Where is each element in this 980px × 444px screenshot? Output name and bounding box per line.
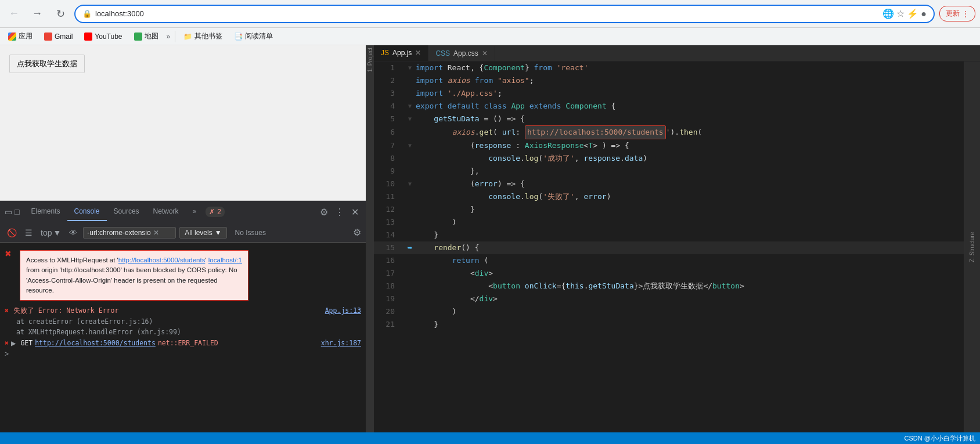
tab-more[interactable]: »	[186, 203, 204, 221]
get-error-icon: ✖	[5, 339, 9, 347]
cors-error-line2: 'Access-Control-Allow-Origin' header is …	[26, 277, 218, 284]
devtools-device-icon[interactable]: □	[15, 207, 19, 216]
gmail-label: Gmail	[55, 33, 73, 41]
devtools-icons: ⚙ ⋮ ✕	[318, 204, 361, 220]
code-scroll-area[interactable]: 1 ▼ import React, {Component} from 'reac…	[374, 62, 964, 432]
gmail-icon	[44, 33, 52, 41]
status-bar-text: CSDN @小小白学计算机	[905, 434, 975, 443]
error-icon-small: ✗	[209, 208, 215, 216]
console-settings-icon[interactable]: ⚙	[353, 227, 361, 238]
cors-error-block: Access to XMLHttpRequest at 'http://loca…	[20, 250, 248, 301]
url-highlight: http://localhost:5000/students	[525, 125, 666, 139]
top-selector[interactable]: top ▼	[38, 227, 63, 239]
translate-icon[interactable]: 🌐	[882, 8, 894, 19]
error-icon: ✖	[5, 306, 9, 315]
error-text: 失败了 Error: Network Error	[13, 306, 320, 315]
vscode-left-activity-bar: 1: Project	[366, 45, 374, 432]
structure-panel-label[interactable]: Z: Structure	[964, 62, 980, 432]
code-line-12: 12 }	[374, 203, 964, 216]
bookmark-gmail[interactable]: Gmail	[41, 31, 76, 42]
xhr-failed-line: ✖ ▶ GET http://localhost:5000/students n…	[0, 337, 366, 349]
stack-trace-2: at XMLHttpRequest.handleError (xhr.js:99…	[0, 327, 366, 337]
reading-list-label: 阅读清单	[245, 31, 273, 41]
cors-error-text: Access to XMLHttpRequest at 'http://loca…	[26, 257, 242, 263]
error-source-link[interactable]: App.js:13	[325, 306, 361, 315]
close-appjs-icon[interactable]: ✕	[415, 49, 421, 57]
bookmark-apps[interactable]: 应用	[5, 30, 36, 42]
apps-label: 应用	[19, 31, 33, 41]
tab-appcss[interactable]: CSS App.css ✕	[428, 46, 495, 61]
tab-elements[interactable]: Elements	[24, 203, 67, 221]
cors-error-line1: from origin 'http://localhost:3000' has …	[26, 266, 237, 273]
profile-icon[interactable]: ●	[921, 9, 927, 19]
bookmarks-separator	[175, 31, 175, 42]
bookmark-other[interactable]: 📁 其他书签	[180, 30, 226, 42]
bookmark-reading[interactable]: 📑 阅读清单	[230, 30, 276, 42]
code-line-2: 2 import axios from "axios";	[374, 74, 964, 87]
localhost-link[interactable]: localhost/:1	[208, 257, 242, 263]
filter-clear-icon[interactable]: ✕	[153, 229, 159, 237]
toggle-sidebar-button[interactable]: ☰	[23, 227, 35, 239]
code-editor-area: 1 ▼ import React, {Component} from 'reac…	[374, 62, 980, 432]
devtools-inspect-icon[interactable]: ▭	[5, 207, 12, 216]
get-status: net::ERR_FAILED	[158, 339, 218, 347]
browser-page-content: 点我获取学生数据	[0, 45, 366, 200]
devtools-header: ▭ □ Elements Console Sources Network » ✗…	[0, 201, 366, 243]
bookmark-youtube[interactable]: YouTube	[81, 31, 125, 42]
editor-tab-bar: JS App.js ✕ CSS App.css ✕	[374, 45, 980, 62]
refresh-button[interactable]: ↻	[51, 5, 70, 23]
project-label: 1: Project	[367, 48, 373, 72]
get-url-link[interactable]: http://localhost:5000/students	[35, 339, 156, 347]
maps-label: 地图	[145, 31, 158, 41]
close-appcss-icon[interactable]: ✕	[482, 49, 488, 57]
extensions-icon[interactable]: ⚡	[907, 8, 918, 19]
back-button[interactable]: ←	[5, 5, 23, 23]
browser-left-panel: 点我获取学生数据 ▭ □ Elements Console Sources Ne…	[0, 45, 366, 432]
update-menu-icon: ⋮	[962, 10, 969, 18]
code-line-1: 1 ▼ import React, {Component} from 'reac…	[374, 62, 964, 74]
address-icons: 🌐 ☆ ⚡ ●	[882, 8, 927, 19]
error-url-link[interactable]: http://localhost:5000/students	[118, 257, 206, 263]
tab-console[interactable]: Console	[67, 203, 107, 221]
vscode-right-strips: Z: Structure	[964, 62, 980, 432]
get-student-data-button[interactable]: 点我获取学生数据	[9, 55, 85, 73]
code-line-16: 16 return (	[374, 254, 964, 267]
network-error-line: ✖ 失败了 Error: Network Error App.js:13	[0, 305, 366, 316]
reading-list-icon: 📑	[234, 33, 243, 41]
tab-network[interactable]: Network	[146, 203, 186, 221]
console-content: ✖ Access to XMLHttpRequest at 'http://lo…	[0, 243, 366, 432]
level-chevron-icon: ▼	[215, 229, 222, 237]
expand-arrow-icon[interactable]: ▶	[11, 338, 16, 348]
code-line-7: 7 ▼ (response : AxiosResponse<T> ) => {	[374, 139, 964, 152]
other-bookmarks-label: 其他书签	[194, 31, 222, 41]
code-line-4: 4 ▼ export default class App extends Com…	[374, 100, 964, 113]
update-button[interactable]: 更新 ⋮	[939, 6, 975, 21]
code-line-10: 10 ▼ (error) => {	[374, 178, 964, 190]
cors-error-container: ✖ Access to XMLHttpRequest at 'http://lo…	[0, 246, 366, 305]
code-line-20: 20 )	[374, 305, 964, 318]
cors-error-line3: resource.	[26, 287, 54, 294]
eye-icon-button[interactable]: 👁	[67, 227, 80, 239]
console-prompt[interactable]: >	[0, 349, 366, 359]
bookmarks-bar: 应用 Gmail YouTube 地图 » 📁 其他书签 📑 阅读清单	[0, 28, 980, 45]
close-devtools-icon[interactable]: ✕	[349, 204, 361, 220]
address-bar[interactable]: 🔒 localhost:3000 🌐 ☆ ⚡ ●	[74, 5, 935, 23]
apps-icon	[8, 33, 16, 41]
code-line-18: 18 <button onClick={this.getStuData}>点我获…	[374, 280, 964, 293]
code-line-8: 8 console.log('成功了', response.data)	[374, 152, 964, 165]
tab-sources[interactable]: Sources	[107, 203, 146, 221]
settings-icon[interactable]: ⚙	[318, 204, 330, 220]
log-level-selector[interactable]: All levels ▼	[179, 227, 226, 239]
url-text: localhost:3000	[95, 9, 879, 18]
get-source-link[interactable]: xhr.js:187	[321, 339, 361, 347]
code-line-19: 19 </div>	[374, 293, 964, 305]
forward-button[interactable]: →	[28, 5, 46, 23]
bookmark-maps[interactable]: 地图	[131, 30, 162, 42]
more-bookmarks[interactable]: »	[167, 33, 171, 41]
star-icon[interactable]: ☆	[896, 8, 905, 19]
more-options-icon[interactable]: ⋮	[333, 204, 347, 220]
stack-frame-1: at createError (createError.js:16)	[16, 317, 153, 326]
console-filter-input[interactable]: -url:chrome-extensio ✕	[83, 227, 176, 239]
clear-console-button[interactable]: 🚫	[5, 227, 19, 239]
tab-appjs[interactable]: JS App.js ✕	[374, 45, 428, 61]
